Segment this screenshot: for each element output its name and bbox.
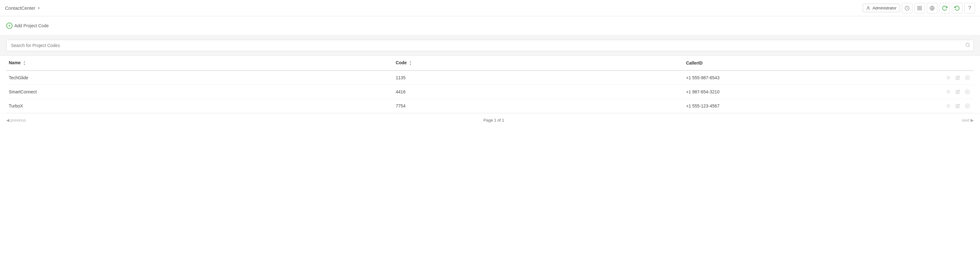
cell-actions-1 [925, 85, 974, 99]
svg-rect-5 [918, 8, 919, 10]
next-button[interactable]: next ▶ [962, 118, 974, 123]
delete-button-2[interactable] [964, 103, 971, 109]
menu-icon [946, 104, 951, 108]
cell-code-2: 7754 [393, 99, 684, 113]
globe1-button[interactable] [914, 3, 925, 13]
menu-icon [946, 75, 951, 80]
cell-name-0: TechGlide [6, 70, 393, 85]
col-header-actions [925, 56, 974, 70]
help-icon: ? [969, 5, 971, 11]
add-bar: + Add Project Code [0, 16, 980, 35]
navbar-dropdown-arrow[interactable]: ▾ [38, 6, 40, 10]
page-info: Page 1 of 1 [484, 118, 504, 123]
edit-button-2[interactable] [955, 103, 961, 109]
table-wrap: Name ▲ ▼ Code ▲ ▼ CallerID [0, 56, 980, 113]
globe2-button[interactable] [927, 3, 937, 13]
sort-asc: ▲ [409, 61, 412, 63]
menu-button-0[interactable] [945, 75, 952, 80]
sort-desc: ▼ [23, 63, 25, 66]
svg-rect-2 [918, 6, 919, 8]
search-icon [965, 43, 970, 48]
edit-button-1[interactable] [955, 89, 961, 94]
clock-button[interactable] [902, 3, 912, 13]
cell-name-1: SmartConnect [6, 85, 393, 99]
refresh2-button[interactable] [952, 3, 963, 13]
svg-point-0 [868, 6, 869, 8]
cell-callerid-2: +1 555-123-4567 [683, 99, 925, 113]
table-row: TurboX 7754 +1 555-123-4567 [6, 99, 974, 113]
add-project-code-button[interactable]: + Add Project Code [6, 21, 49, 30]
person-icon [866, 6, 870, 10]
row-actions-2 [928, 103, 971, 109]
svg-rect-3 [920, 6, 921, 8]
table-row: TechGlide 1135 +1 555-987-6543 [6, 70, 974, 85]
table-header-row: Name ▲ ▼ Code ▲ ▼ CallerID [6, 56, 974, 70]
globe-icon [930, 6, 935, 11]
name-sort-icons[interactable]: ▲ ▼ [23, 61, 25, 66]
close-icon [965, 75, 970, 80]
admin-button[interactable]: Administrator [863, 4, 900, 12]
row-actions-0 [928, 75, 971, 81]
cell-callerid-1: +1 987-654-3210 [683, 85, 925, 99]
navbar-left: ContactCenter ▾ [5, 5, 863, 11]
col-header-code: Code ▲ ▼ [393, 56, 684, 70]
cell-code-1: 4416 [393, 85, 684, 99]
menu-button-2[interactable] [945, 103, 952, 109]
table-header: Name ▲ ▼ Code ▲ ▼ CallerID [6, 56, 974, 70]
table-body: TechGlide 1135 +1 555-987-6543 [6, 70, 974, 113]
navbar-right: Administrator [863, 3, 975, 13]
menu-button-1[interactable] [945, 89, 952, 94]
edit-icon [956, 104, 960, 108]
sort-desc: ▼ [409, 63, 412, 66]
svg-rect-4 [920, 8, 921, 10]
close-icon [965, 89, 970, 94]
pagination: ◀ previous Page 1 of 1 next ▶ [0, 113, 980, 127]
col-header-name: Name ▲ ▼ [6, 56, 393, 70]
refresh1-button[interactable] [939, 3, 950, 13]
svg-point-8 [966, 43, 969, 47]
svg-line-9 [969, 46, 970, 47]
close-icon [965, 103, 970, 109]
app-title: ContactCenter [5, 5, 35, 11]
plus-icon: + [6, 22, 13, 29]
cell-code-0: 1135 [393, 70, 684, 85]
col-header-callerid: CallerID [683, 56, 925, 70]
delete-button-1[interactable] [964, 89, 971, 95]
edit-icon [956, 90, 960, 94]
cell-callerid-0: +1 555-987-6543 [683, 70, 925, 85]
help-button[interactable]: ? [964, 3, 975, 13]
refresh-icon [942, 5, 947, 11]
admin-label: Administrator [872, 6, 896, 10]
cell-actions-2 [925, 99, 974, 113]
search-button[interactable] [965, 43, 970, 49]
edit-icon [956, 75, 960, 80]
prev-button[interactable]: ◀ previous [6, 118, 26, 123]
edit-button-0[interactable] [955, 75, 961, 80]
menu-icon [946, 90, 951, 94]
search-wrap [6, 40, 974, 51]
cell-actions-0 [925, 70, 974, 85]
project-codes-table: Name ▲ ▼ Code ▲ ▼ CallerID [6, 56, 974, 113]
delete-button-0[interactable] [964, 75, 971, 81]
code-sort-icons[interactable]: ▲ ▼ [409, 61, 412, 66]
sort-asc: ▲ [23, 61, 25, 63]
search-area [0, 35, 980, 56]
search-input[interactable] [6, 40, 974, 51]
grid-icon [917, 6, 922, 11]
cell-name-2: TurboX [6, 99, 393, 113]
add-project-code-label: Add Project Code [14, 23, 49, 28]
clock-icon [905, 6, 910, 11]
row-actions-1 [928, 89, 971, 95]
table-row: SmartConnect 4416 +1 987-654-3210 [6, 85, 974, 99]
navbar: ContactCenter ▾ Administrator [0, 0, 980, 16]
refresh2-icon [955, 5, 960, 11]
